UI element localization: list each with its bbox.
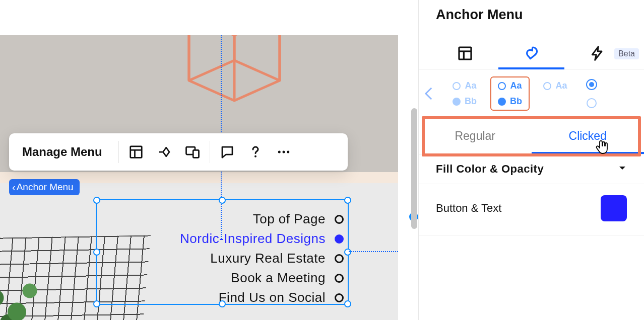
preset-label: Aa	[465, 81, 476, 91]
scrollbar-thumb[interactable]	[411, 108, 417, 229]
resize-handle[interactable]	[344, 197, 351, 204]
anchor-item[interactable]: Top of Page	[96, 209, 344, 229]
preset-label: Aa	[510, 81, 522, 91]
element-toolbar: Manage Menu	[9, 133, 348, 171]
layout-icon-button[interactable]	[122, 138, 150, 166]
anchor-menu-element[interactable]: Top of Page Nordic-Inspired Designs Luxu…	[96, 204, 349, 312]
anchor-item-bullet	[335, 274, 344, 283]
responsive-icon	[185, 144, 200, 159]
tab-layout[interactable]	[432, 38, 498, 69]
more-icon	[276, 144, 291, 159]
canvas-scrollbar[interactable]	[411, 53, 418, 319]
responsive-icon-button[interactable]	[178, 138, 207, 166]
anchor-item-bullet	[335, 293, 344, 302]
panel-title: Anchor Menu	[419, 0, 644, 26]
tab-design[interactable]	[498, 38, 565, 69]
panel-tabs	[419, 26, 644, 69]
decor-pendant	[176, 35, 292, 121]
page-preview: Top of Page Nordic-Inspired Designs Luxu…	[0, 35, 398, 320]
state-tab-regular[interactable]: Regular	[419, 118, 532, 154]
preset-label: Aa	[555, 81, 567, 91]
divider	[118, 141, 119, 163]
help-icon-button[interactable]	[241, 138, 270, 166]
help-icon	[248, 144, 263, 159]
color-row-label: Button & Text	[436, 202, 501, 215]
more-icon-button[interactable]	[270, 138, 298, 166]
lightning-icon	[590, 45, 606, 61]
section-title: Fill Color & Opacity	[436, 163, 544, 176]
preset-label: Bb	[465, 96, 477, 107]
animation-icon	[157, 144, 172, 159]
svg-marker-0	[189, 35, 280, 101]
layout-icon	[128, 144, 144, 159]
radio-selected-icon	[586, 79, 597, 90]
cursor-hand-icon	[594, 138, 612, 158]
tab-animation[interactable]	[564, 38, 631, 69]
svg-rect-9	[193, 150, 199, 157]
color-swatch-button[interactable]	[601, 195, 627, 221]
section-fill-header[interactable]: Fill Color & Opacity	[419, 154, 644, 184]
preset-bullet-icon	[498, 98, 506, 106]
style-preset[interactable]: Aa .	[536, 77, 575, 110]
animation-icon-button[interactable]	[150, 138, 178, 166]
anchor-item-label: Find Us on Social	[219, 290, 326, 305]
divider	[210, 141, 210, 163]
brush-icon	[524, 45, 540, 61]
anchor-item-label: Nordic-Inspired Designs	[180, 231, 326, 247]
comment-icon	[220, 144, 235, 159]
svg-point-12	[282, 151, 285, 153]
svg-point-13	[287, 151, 289, 153]
canvas-area: Top of Page Nordic-Inspired Designs Luxu…	[0, 0, 418, 320]
state-tab-label: Regular	[455, 129, 495, 143]
guide-horizontal	[349, 251, 398, 252]
anchor-item-label: Book a Meeting	[231, 270, 326, 286]
style-presets-row: Aa Bb Aa Bb Aa .	[419, 69, 644, 118]
anchor-item-bullet	[335, 215, 344, 224]
svg-point-10	[254, 155, 256, 157]
resize-handle[interactable]	[219, 197, 226, 204]
resize-handle[interactable]	[93, 197, 100, 204]
comment-icon-button[interactable]	[213, 138, 241, 166]
anchor-item[interactable]: Luxury Real Estate	[96, 249, 344, 268]
radio-unselected-icon	[587, 98, 597, 108]
layout-icon	[457, 45, 473, 61]
anchor-item-bullet	[335, 234, 344, 244]
svg-point-11	[278, 151, 280, 153]
preset-bullet-icon	[453, 82, 461, 90]
chevron-left-icon: ‹	[12, 182, 16, 192]
chevron-down-icon	[618, 163, 627, 176]
state-tabs-container: Regular Clicked	[419, 118, 644, 154]
back-arrow-button[interactable]	[421, 85, 438, 102]
style-preset[interactable]: Aa Bb	[445, 77, 484, 110]
preset-bullet-icon	[543, 82, 551, 90]
inspector-panel: Anchor Menu Beta Aa Bb Aa Bb Aa .	[418, 0, 644, 320]
chevron-left-icon	[421, 85, 438, 102]
manage-menu-button[interactable]: Manage Menu	[9, 145, 115, 159]
anchor-item[interactable]: Book a Meeting	[96, 268, 344, 288]
anchor-item-label: Luxury Real Estate	[210, 251, 326, 266]
element-tag[interactable]: ‹ Anchor Menu	[9, 179, 80, 195]
decor-plant	[0, 270, 55, 320]
preset-label: Bb	[510, 96, 522, 107]
preset-bullet-icon	[453, 98, 461, 106]
state-tab-clicked[interactable]: Clicked	[532, 118, 645, 154]
anchor-item-bullet	[335, 254, 344, 263]
style-preset[interactable]	[586, 79, 597, 108]
element-tag-label: Anchor Menu	[17, 182, 74, 193]
anchor-item[interactable]: Find Us on Social	[96, 288, 344, 307]
style-preset-selected[interactable]: Aa Bb	[490, 76, 530, 111]
anchor-item[interactable]: Nordic-Inspired Designs	[96, 229, 344, 249]
preset-bullet-icon	[498, 82, 506, 90]
svg-rect-5	[130, 146, 142, 158]
anchor-item-label: Top of Page	[253, 211, 326, 227]
svg-rect-14	[459, 47, 471, 59]
section-fill-body: Button & Text	[419, 184, 644, 236]
